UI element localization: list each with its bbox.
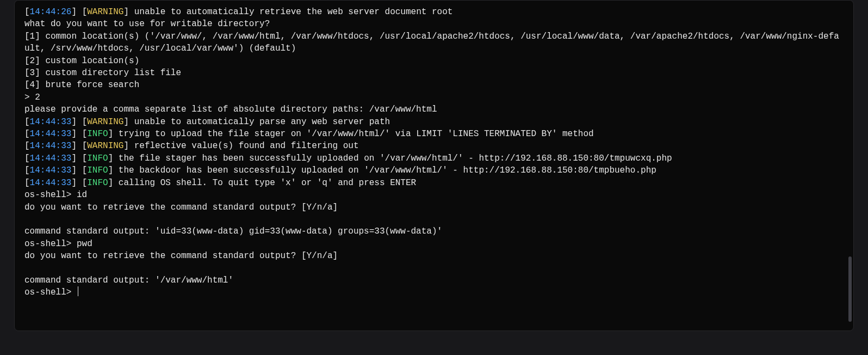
terminal-line: do you want to retrieve the command stan… bbox=[24, 251, 343, 261]
log-timestamp: 14:44:33 bbox=[30, 141, 72, 151]
terminal-line: os-shell> id bbox=[24, 190, 87, 200]
log-message: the backdoor has been successfully uploa… bbox=[113, 166, 656, 175]
log-message: reflective value(s) found and filtering … bbox=[129, 141, 358, 151]
log-level: WARNING bbox=[87, 7, 123, 17]
log-message: trying to upload the file stager on '/va… bbox=[113, 129, 593, 139]
terminal-line: os-shell> pwd bbox=[24, 239, 92, 249]
terminal-line: command standard output: 'uid=33(www-dat… bbox=[24, 227, 442, 236]
log-timestamp: 14:44:26 bbox=[30, 7, 72, 17]
log-message: the file stager has been successfully up… bbox=[113, 154, 672, 163]
terminal-line: [3] custom directory list file bbox=[24, 68, 181, 78]
log-timestamp: 14:44:33 bbox=[30, 117, 72, 127]
shell-prompt[interactable]: os-shell> bbox=[24, 287, 77, 297]
terminal-output[interactable]: [14:44:26] [WARNING] unable to automatic… bbox=[14, 0, 854, 331]
log-timestamp: 14:44:33 bbox=[30, 166, 72, 175]
log-level: WARNING bbox=[87, 141, 123, 151]
log-level: INFO bbox=[87, 154, 108, 163]
terminal-line: please provide a comma separate list of … bbox=[24, 105, 437, 114]
terminal-line: command standard output: '/var/www/html' bbox=[24, 276, 233, 285]
log-timestamp: 14:44:33 bbox=[30, 178, 72, 188]
scrollbar-thumb[interactable] bbox=[848, 256, 852, 322]
terminal-line: [4] brute force search bbox=[24, 80, 139, 90]
log-message: unable to automatically retrieve the web… bbox=[129, 7, 452, 17]
terminal-line: [1] common location(s) ('/var/www/, /var… bbox=[24, 32, 839, 53]
terminal-line: what do you want to use for writable dir… bbox=[24, 19, 270, 29]
log-level: INFO bbox=[87, 166, 108, 175]
cursor bbox=[78, 286, 78, 296]
terminal-container: [14:44:26] [WARNING] unable to automatic… bbox=[0, 0, 868, 342]
log-timestamp: 14:44:33 bbox=[30, 154, 72, 163]
log-timestamp: 14:44:33 bbox=[30, 129, 72, 139]
log-message: unable to automatically parse any web se… bbox=[129, 117, 390, 127]
log-message: calling OS shell. To quit type 'x' or 'q… bbox=[113, 178, 416, 188]
log-level: WARNING bbox=[87, 117, 123, 127]
log-level: INFO bbox=[87, 178, 108, 188]
terminal-line: [2] custom location(s) bbox=[24, 56, 139, 66]
log-level: INFO bbox=[87, 129, 108, 139]
terminal-line: > 2 bbox=[24, 93, 40, 102]
terminal-line: do you want to retrieve the command stan… bbox=[24, 203, 343, 212]
